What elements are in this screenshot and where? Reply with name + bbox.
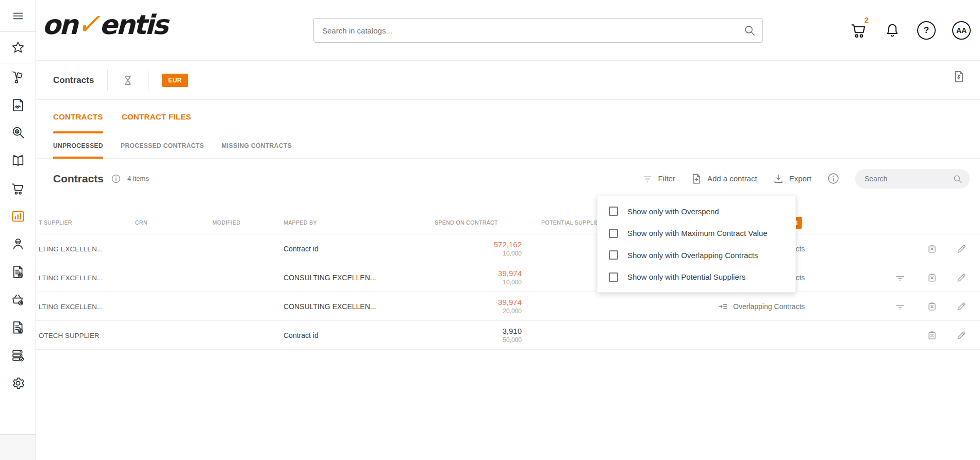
- cart-button[interactable]: 2: [850, 22, 868, 39]
- sidebar-item-suppliers[interactable]: [0, 230, 36, 258]
- sidebar-item-invoices[interactable]: [0, 258, 36, 286]
- section-info-button[interactable]: [111, 174, 121, 184]
- column-header-spend[interactable]: SPEND ON CONTRACT: [435, 219, 498, 226]
- search-icon[interactable]: [743, 24, 756, 37]
- notifications-button[interactable]: [884, 22, 901, 39]
- tab-contract-files[interactable]: CONTRACT FILES: [122, 100, 191, 133]
- currency-badge: EUR: [162, 74, 188, 87]
- document-percent-icon: [11, 265, 25, 279]
- filter-option-overlapping-contracts[interactable]: Show only with Overlapping Contracts: [597, 250, 795, 260]
- section-header: Contracts 4 items Filter Add a contract …: [36, 159, 980, 198]
- row-filter-button[interactable]: [890, 263, 910, 292]
- search-package-icon: [11, 126, 25, 140]
- contract-value: 50,000: [503, 336, 522, 344]
- pencil-icon: [956, 272, 967, 283]
- table-row[interactable]: LTING EXCELLEN... Contract id 572,162 10…: [36, 234, 980, 263]
- cart-icon: [850, 22, 868, 39]
- table-row[interactable]: LTING EXCELLEN... CONSULTING EXCELLEN...…: [36, 263, 980, 292]
- star-icon: [11, 40, 25, 55]
- column-header-crn[interactable]: CRN: [135, 219, 147, 226]
- pencil-icon: [956, 330, 967, 341]
- filter-icon: [894, 301, 906, 312]
- sidebar-item-settings[interactable]: [0, 369, 36, 397]
- app-window: on✓entis 2 ? AA: [0, 0, 980, 460]
- add-contract-button[interactable]: Add a contract: [691, 173, 757, 184]
- column-header-supplier[interactable]: T SUPPLIER: [39, 219, 72, 226]
- cart-icon: [11, 181, 25, 196]
- pencil-icon: [956, 301, 967, 312]
- account-button[interactable]: AA: [952, 21, 971, 40]
- contract-value: 10,000: [503, 250, 522, 258]
- sidebar-item-receiving[interactable]: [0, 63, 36, 91]
- overlapping-contracts-label: Overlapping Contracts: [733, 302, 805, 311]
- hamburger-menu-button[interactable]: [0, 0, 36, 32]
- subtab-unprocessed[interactable]: UNPROCESSED: [53, 133, 103, 159]
- filter-icon: [642, 173, 653, 184]
- help-button[interactable]: ?: [917, 21, 936, 40]
- sidebar-item-favorites[interactable]: [0, 32, 36, 63]
- table-row[interactable]: OTECH SUPPLIER Contract id 3,910 50,000: [36, 321, 980, 350]
- row-filter-button[interactable]: [890, 292, 910, 321]
- table-row[interactable]: LTING EXCELLEN... CONSULTING EXCELLEN...…: [36, 292, 980, 321]
- sidebar-item-product-search[interactable]: [0, 119, 36, 147]
- list-info-button[interactable]: [827, 172, 840, 185]
- onventis-logo[interactable]: on✓entis: [42, 7, 167, 41]
- delete-icon: [926, 301, 938, 312]
- logo-text-post: entis: [99, 9, 167, 40]
- checkbox[interactable]: [609, 272, 618, 282]
- add-document-icon: [691, 173, 702, 184]
- sidebar-item-billing[interactable]: [0, 314, 36, 342]
- filter-button[interactable]: Filter: [642, 173, 675, 184]
- filter-option-label: Show only with Potential Suppliers: [627, 272, 745, 281]
- filter-option-potential-suppliers[interactable]: Show only with Potential Suppliers: [597, 272, 795, 282]
- overlapping-contracts-link[interactable]: Overlapping Contracts: [718, 292, 805, 321]
- tab-contracts[interactable]: CONTRACTS: [53, 100, 103, 133]
- sidebar-item-contracts[interactable]: [0, 91, 36, 119]
- delete-icon: [926, 330, 938, 341]
- gear-icon: [11, 376, 25, 390]
- spend-value: 39,974: [498, 269, 522, 279]
- top-bar: on✓entis 2 ? AA: [36, 0, 980, 61]
- table-header: T SUPPLIER CRN MODIFIED MAPPED BY SPEND …: [36, 198, 980, 234]
- sidebar-item-master-data[interactable]: [0, 342, 36, 369]
- edit-button[interactable]: [951, 234, 972, 263]
- checkbox[interactable]: [609, 250, 618, 260]
- person-cap-icon: [11, 237, 25, 251]
- supplier-cell: OTECH SUPPLIER: [39, 321, 129, 350]
- hamburger-icon: [11, 9, 25, 23]
- sidebar-item-catalogs[interactable]: [0, 147, 36, 175]
- checkbox[interactable]: [609, 229, 618, 238]
- supplier-cell: LTING EXCELLEN...: [39, 263, 129, 292]
- contract-value: 10,000: [503, 279, 522, 286]
- subtab-processed-contracts[interactable]: PROCESSED CONTRACTS: [121, 133, 204, 159]
- delete-button[interactable]: [922, 234, 942, 263]
- sidebar-item-order-history[interactable]: [0, 286, 36, 314]
- sidebar-item-shopping-cart[interactable]: [0, 175, 36, 202]
- download-icon: [773, 173, 784, 184]
- column-header-mapped-by[interactable]: MAPPED BY: [284, 219, 317, 226]
- spend-cell: 572,162 10,000: [397, 234, 522, 263]
- column-header-modified[interactable]: MODIFIED: [212, 219, 241, 226]
- edit-button[interactable]: [951, 321, 972, 350]
- edit-button[interactable]: [951, 292, 972, 321]
- spend-cell: 39,974 10,000: [397, 263, 522, 292]
- filter-option-maximum-contract-value[interactable]: Show only with Maximum Contract Value: [597, 229, 795, 238]
- search-icon[interactable]: [953, 174, 962, 184]
- catalog-search-input[interactable]: [313, 18, 763, 43]
- table-search: [855, 169, 970, 189]
- contract-value: 20,000: [503, 308, 522, 315]
- server-check-icon: [11, 348, 25, 363]
- checkbox[interactable]: [609, 207, 618, 216]
- contract-report-button[interactable]: [952, 70, 966, 83]
- filter-option-overspend[interactable]: Show only with Overspend: [597, 207, 795, 216]
- export-button[interactable]: Export: [773, 173, 811, 184]
- edit-button[interactable]: [951, 263, 972, 292]
- delete-button[interactable]: [922, 321, 942, 350]
- export-label: Export: [789, 174, 811, 183]
- delete-button[interactable]: [922, 292, 942, 321]
- document-dollar-icon: [11, 320, 25, 335]
- delete-button[interactable]: [922, 263, 942, 292]
- sidebar: [0, 0, 36, 460]
- sidebar-item-analytics[interactable]: [0, 202, 36, 230]
- subtab-missing-contracts[interactable]: MISSING CONTRACTS: [222, 133, 292, 159]
